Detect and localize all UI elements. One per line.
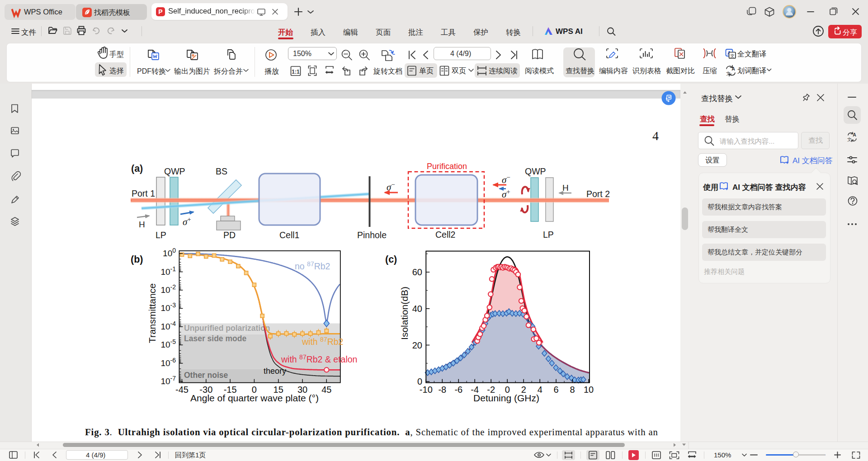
svg-text:Port 2: Port 2 (586, 189, 610, 199)
svg-text:20: 20 (412, 340, 422, 350)
svg-text:σ−: σ− (502, 174, 510, 185)
svg-text:(b): (b) (131, 254, 143, 265)
svg-text:40: 40 (412, 304, 422, 314)
svg-text:45: 45 (321, 385, 331, 395)
svg-text:60: 60 (412, 267, 422, 277)
svg-text:H: H (562, 183, 569, 193)
svg-text:LP: LP (543, 230, 554, 240)
svg-text:Unpurified polarization: Unpurified polarization (184, 324, 270, 333)
svg-text:Angle of quarter wave plate (°: Angle of quarter wave plate (°) (190, 393, 319, 403)
svg-text:Port 1: Port 1 (132, 188, 155, 198)
svg-text:-6: -6 (454, 385, 462, 395)
svg-text:theory: theory (264, 367, 286, 376)
svg-text:10-7: 10-7 (160, 375, 176, 386)
svg-text:PD: PD (223, 230, 236, 240)
svg-text:Purification: Purification (427, 162, 467, 171)
svg-text:-8: -8 (438, 385, 446, 395)
svg-text:H: H (139, 220, 145, 229)
svg-text:8: 8 (570, 385, 575, 395)
svg-text:BS: BS (216, 166, 227, 176)
svg-text:10-3: 10-3 (160, 301, 176, 313)
svg-text:σ−: σ− (387, 181, 395, 193)
svg-text:10-2: 10-2 (160, 283, 176, 295)
svg-text:10-1: 10-1 (160, 265, 176, 277)
svg-text:QWP: QWP (164, 166, 185, 176)
svg-text:Laser side mode: Laser side mode (184, 334, 246, 343)
svg-text:10-5: 10-5 (160, 338, 176, 349)
svg-text:Cell1: Cell1 (279, 230, 299, 240)
svg-text:Other noise: Other noise (184, 371, 228, 380)
svg-text:Detuning (GHz): Detuning (GHz) (473, 393, 539, 403)
svg-text:10: 10 (584, 385, 594, 395)
svg-text:(c): (c) (385, 254, 397, 265)
svg-text:QWP: QWP (525, 166, 546, 176)
svg-text:with 87Rb2 & etalon: with 87Rb2 & etalon (281, 353, 357, 364)
svg-text:no 87Rb2: no 87Rb2 (295, 260, 330, 271)
svg-text:LP: LP (156, 230, 166, 240)
svg-text:Fig. 3. Ultrahigh isolation v: Fig. 3. Ultrahigh isolation via optical … (85, 427, 658, 437)
svg-text:6: 6 (554, 385, 559, 395)
svg-text:Pinhole: Pinhole (357, 230, 387, 240)
svg-text:Transmittance: Transmittance (147, 283, 157, 343)
svg-text:0: 0 (417, 376, 422, 386)
svg-text:-45: -45 (175, 385, 189, 395)
svg-text:100: 100 (163, 247, 176, 258)
svg-text:4: 4 (652, 129, 659, 143)
svg-text:Isolation(dB): Isolation(dB) (399, 287, 410, 340)
svg-text:10-6: 10-6 (160, 357, 176, 368)
svg-text:(a): (a) (131, 163, 143, 174)
svg-text:Cell2: Cell2 (435, 230, 455, 240)
svg-text:σ+: σ+ (183, 216, 191, 227)
svg-text:10-4: 10-4 (160, 320, 176, 331)
